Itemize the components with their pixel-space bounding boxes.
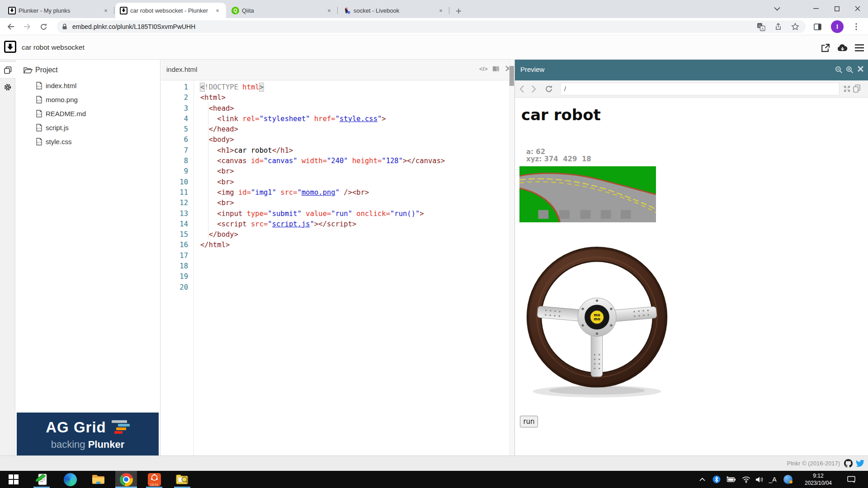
line-number: 8 — [161, 156, 188, 166]
run-button[interactable]: run — [520, 416, 538, 427]
file-item-script.js[interactable]: </>script.js — [36, 122, 69, 133]
project-root-node[interactable]: Project — [24, 66, 58, 74]
zoom-in-button[interactable] — [846, 66, 854, 74]
tab-close-icon[interactable]: × — [325, 6, 333, 14]
docs-book-icon[interactable] — [492, 66, 500, 73]
file-item-momo.png[interactable]: </>momo.png — [36, 94, 78, 105]
line-number: 20 — [161, 282, 188, 293]
preview-forward-button[interactable] — [531, 85, 536, 93]
file-name: momo.png — [46, 96, 78, 103]
browser-tab-3[interactable]: QQiita× — [227, 3, 338, 18]
back-button[interactable] — [5, 20, 17, 33]
file-icon: </> — [36, 124, 42, 131]
notification-center-button[interactable] — [844, 471, 859, 488]
code-line — [200, 282, 445, 293]
new-tab-button[interactable] — [452, 5, 465, 17]
tab-close-icon[interactable]: × — [102, 6, 110, 14]
share-icon[interactable] — [772, 21, 784, 33]
taskbar-image-viewer-app[interactable] — [171, 471, 193, 488]
save-download-button[interactable] — [836, 42, 848, 54]
road-canvas[interactable] — [519, 166, 656, 222]
url-text[interactable]: embed.plnkr.co/plunk/L185TI0SxvmPwUHH — [72, 23, 750, 30]
preview-copy-button[interactable] — [853, 84, 860, 93]
copy-icon — [853, 84, 860, 93]
refresh-button[interactable] — [37, 20, 50, 33]
volume-tray-icon[interactable] — [753, 471, 766, 488]
tab-search-button[interactable] — [767, 0, 788, 17]
forward-button[interactable] — [21, 20, 33, 33]
svg-text:</>: </> — [37, 84, 42, 87]
ime-indicator[interactable]: _A — [766, 471, 779, 488]
svg-text:mo: mo — [594, 317, 600, 321]
menu-button[interactable] — [854, 42, 865, 54]
preview-url-field[interactable]: / — [560, 83, 840, 95]
code-line: <html> — [200, 93, 445, 103]
ad-title: AG Grid — [46, 419, 106, 436]
file-explorer-icon — [92, 474, 105, 485]
browser-menu-button[interactable] — [850, 20, 863, 33]
line-number: 15 — [161, 230, 188, 240]
code-view-icon[interactable]: </> — [479, 66, 488, 72]
bluetooth-tray-icon[interactable] — [711, 471, 722, 488]
file-item-style.css[interactable]: </>style.css — [36, 136, 72, 147]
edge-icon — [64, 473, 77, 486]
tab-close-icon[interactable]: × — [213, 6, 222, 14]
start-button[interactable] — [3, 471, 24, 488]
line-number: 16 — [161, 240, 188, 250]
taskbar-chrome-app[interactable] — [115, 471, 137, 488]
wifi-tray-icon[interactable] — [740, 471, 752, 488]
windows-taskbar: 18.04 _A 9:12 2023/10/04 — [0, 471, 868, 488]
editor-scrollbar[interactable] — [509, 60, 514, 455]
preview-refresh-button[interactable] — [545, 85, 553, 93]
open-in-new-window-button[interactable] — [819, 42, 831, 54]
taskbar-explorer-app[interactable] — [87, 471, 109, 488]
zoom-out-button[interactable] — [835, 66, 843, 74]
line-number: 18 — [161, 261, 188, 272]
battery-tray-icon[interactable] — [724, 471, 738, 488]
file-item-index.html[interactable]: </>index.html — [36, 80, 76, 91]
down-arrow-icon — [7, 43, 14, 51]
twitter-icon[interactable] — [856, 459, 864, 468]
line-number: 12 — [161, 198, 188, 208]
browser-tab-1[interactable]: Plunker - My plunks× — [4, 3, 114, 18]
bookmark-star-icon[interactable] — [789, 21, 801, 33]
files-icon — [4, 66, 12, 74]
file-name: style.css — [46, 138, 72, 145]
settings-button[interactable] — [0, 79, 15, 96]
notepad-icon — [36, 473, 47, 486]
window-close-button[interactable] — [847, 0, 868, 17]
github-icon[interactable] — [844, 459, 853, 468]
taskbar-clock[interactable]: 9:12 2023/10/04 — [797, 472, 840, 487]
cloud-download-icon — [837, 44, 848, 52]
preview-expand-button[interactable] — [843, 85, 851, 93]
side-panel-button[interactable] — [811, 20, 824, 33]
tray-app-icon[interactable] — [781, 471, 795, 488]
preview-back-button[interactable] — [519, 85, 524, 93]
browser-tab-4[interactable]: socket - Livebook× — [339, 3, 449, 18]
taskbar-edge-app[interactable] — [59, 471, 81, 488]
refresh-icon — [545, 85, 553, 93]
browser-tab-2[interactable]: car robot websocket - Plunker× — [115, 3, 226, 18]
maximize-icon — [835, 6, 840, 11]
window-minimize-button[interactable] — [806, 0, 826, 17]
taskbar-notepad-app[interactable] — [31, 471, 52, 488]
window-maximize-button[interactable] — [826, 0, 847, 17]
plunk-title: car robot websocket — [22, 43, 85, 52]
code-content[interactable]: <!DOCTYPE html><html> <head> <link rel="… — [200, 82, 445, 293]
file-item-README.md[interactable]: </>README.md — [36, 108, 86, 119]
close-icon — [855, 6, 860, 11]
profile-avatar[interactable]: I — [831, 20, 844, 33]
tray-expand-button[interactable] — [696, 471, 708, 488]
sponsor-ad[interactable]: AG Grid backing Plunker — [17, 413, 159, 455]
tab-close-icon[interactable]: × — [437, 6, 445, 14]
svg-text:</>: </> — [37, 113, 42, 115]
preview-pane: Preview / car robot a: 62xyz: 374 429 — [514, 60, 868, 455]
taskbar-ubuntu-app[interactable]: 18.04 — [143, 471, 165, 488]
address-bar[interactable]: embed.plnkr.co/plunk/L185TI0SxvmPwUHH GA — [57, 20, 806, 33]
plunker-header: car robot websocket — [0, 35, 868, 60]
preview-close-button[interactable] — [858, 66, 863, 72]
editor-file-tab[interactable]: index.html — [166, 66, 197, 73]
files-panel-button[interactable] — [0, 61, 16, 79]
scrollbar-thumb[interactable] — [509, 66, 514, 86]
translate-icon[interactable]: GA — [755, 21, 767, 33]
